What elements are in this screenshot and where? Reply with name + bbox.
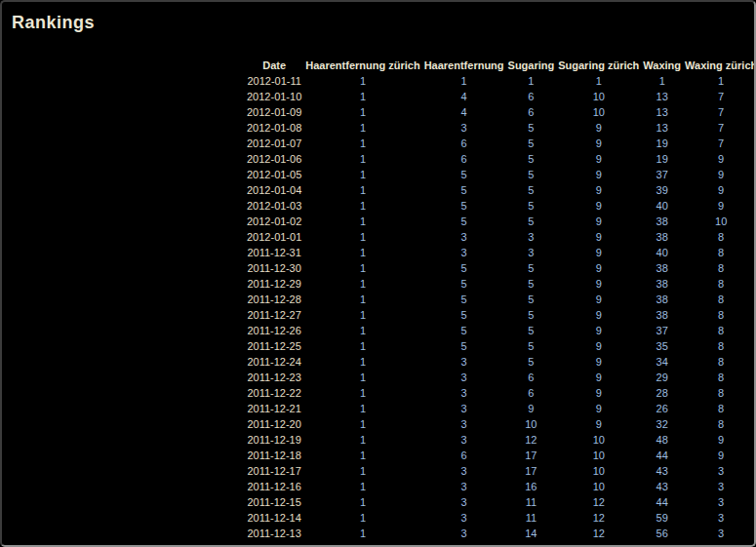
rank-value-cell: 7 xyxy=(683,104,756,120)
rank-value-cell: 9 xyxy=(556,323,641,338)
rank-value-cell: 38 xyxy=(641,307,683,323)
rank-value-cell: 3 xyxy=(422,401,506,416)
column-header: Haarentfernung zürich xyxy=(303,58,421,73)
page-title: Rankings xyxy=(12,13,95,33)
rank-value-cell: 1 xyxy=(303,229,421,245)
rank-value-cell: 8 xyxy=(683,276,756,292)
rank-value-cell: 6 xyxy=(422,151,506,167)
rank-value-cell: 4 xyxy=(422,104,506,120)
rank-value-cell: 40 xyxy=(641,245,683,260)
rank-value-cell: 44 xyxy=(641,448,683,463)
rank-value-cell: 1 xyxy=(303,260,421,276)
rank-value-cell: 10 xyxy=(556,89,641,104)
rank-value-cell: 9 xyxy=(683,448,756,463)
rank-value-cell: 3 xyxy=(422,120,506,136)
rank-value-cell: 8 xyxy=(683,416,756,432)
rank-value-cell: 9 xyxy=(556,167,641,182)
rank-value-cell: 3 xyxy=(506,229,557,245)
rank-value-cell: 28 xyxy=(641,385,683,401)
rank-value-cell: 1 xyxy=(303,245,421,260)
date-cell: 2011-12-19 xyxy=(245,432,303,448)
rank-value-cell: 9 xyxy=(556,260,641,276)
rank-value-cell: 3 xyxy=(422,370,506,385)
rank-value-cell: 3 xyxy=(422,354,506,370)
date-cell: 2011-12-31 xyxy=(245,245,303,260)
column-header: Sugaring zürich xyxy=(556,58,641,73)
rank-value-cell: 32 xyxy=(641,416,683,432)
rank-value-cell: 19 xyxy=(641,151,683,167)
rank-value-cell: 1 xyxy=(422,73,506,89)
date-cell: 2011-12-22 xyxy=(245,385,303,401)
table-row: 2012-01-061659199 xyxy=(245,151,756,167)
rank-value-cell: 9 xyxy=(556,370,641,385)
table-row: 2012-01-1014610137 xyxy=(245,89,756,104)
rank-value-cell: 6 xyxy=(422,136,506,151)
rank-value-cell: 3 xyxy=(422,416,506,432)
rank-value-cell: 5 xyxy=(422,338,506,354)
rank-value-cell: 9 xyxy=(556,385,641,401)
rank-value-cell: 5 xyxy=(422,276,506,292)
table-header-row: DateHaarentfernung zürichHaarentfernungS… xyxy=(245,58,756,73)
rank-value-cell: 8 xyxy=(683,401,756,416)
rank-value-cell: 29 xyxy=(641,370,683,385)
table-row: 2011-12-17131710433 xyxy=(245,463,756,479)
rank-value-cell: 3 xyxy=(422,510,506,526)
rank-value-cell: 8 xyxy=(683,323,756,338)
rank-value-cell: 5 xyxy=(506,276,557,292)
table-row: 2011-12-261559378 xyxy=(245,323,756,338)
rank-value-cell: 1 xyxy=(303,416,421,432)
table-row: 2011-12-231369298 xyxy=(245,370,756,385)
rank-value-cell: 1 xyxy=(303,276,421,292)
rank-value-cell: 8 xyxy=(683,260,756,276)
rank-value-cell: 1 xyxy=(303,182,421,198)
date-cell: 2012-01-11 xyxy=(245,73,303,89)
rank-value-cell: 8 xyxy=(683,229,756,245)
rank-value-cell: 5 xyxy=(506,292,557,307)
rank-value-cell: 5 xyxy=(422,198,506,214)
rank-value-cell: 9 xyxy=(556,214,641,229)
rank-value-cell: 5 xyxy=(506,323,557,338)
rank-value-cell: 12 xyxy=(556,526,641,541)
table-row: 2012-01-051559379 xyxy=(245,167,756,182)
rank-value-cell: 39 xyxy=(641,182,683,198)
date-cell: 2011-12-29 xyxy=(245,276,303,292)
rank-value-cell: 1 xyxy=(303,307,421,323)
rank-value-cell: 9 xyxy=(683,151,756,167)
column-header: Haarentfernung xyxy=(422,58,506,73)
table-row: 2012-01-011339388 xyxy=(245,229,756,245)
rank-value-cell: 13 xyxy=(641,120,683,136)
rank-value-cell: 9 xyxy=(556,245,641,260)
table-row: 2011-12-221369288 xyxy=(245,385,756,401)
date-cell: 2011-12-23 xyxy=(245,370,303,385)
rank-value-cell: 40 xyxy=(641,198,683,214)
rank-value-cell: 9 xyxy=(556,198,641,214)
rank-value-cell: 6 xyxy=(422,448,506,463)
rank-value-cell: 6 xyxy=(506,89,557,104)
table-row: 2011-12-281559388 xyxy=(245,292,756,307)
rank-value-cell: 9 xyxy=(556,151,641,167)
rank-value-cell: 5 xyxy=(422,182,506,198)
rank-value-cell: 9 xyxy=(556,401,641,416)
rank-value-cell: 9 xyxy=(683,432,756,448)
column-header: Waxing zürich xyxy=(683,58,756,73)
date-cell: 2012-01-04 xyxy=(245,182,303,198)
table-row: 2012-01-0215593810 xyxy=(245,214,756,229)
rank-value-cell: 5 xyxy=(506,151,557,167)
rank-value-cell: 7 xyxy=(683,136,756,151)
table-row: 2011-12-15131112443 xyxy=(245,494,756,510)
rank-value-cell: 1 xyxy=(506,73,557,89)
rank-value-cell: 8 xyxy=(683,385,756,401)
rank-value-cell: 9 xyxy=(556,136,641,151)
date-cell: 2011-12-14 xyxy=(245,510,303,526)
rank-value-cell: 7 xyxy=(683,89,756,104)
table-row: 2011-12-251559358 xyxy=(245,338,756,354)
date-cell: 2012-01-06 xyxy=(245,151,303,167)
rank-value-cell: 1 xyxy=(303,151,421,167)
rank-value-cell: 9 xyxy=(556,338,641,354)
rank-value-cell: 37 xyxy=(641,167,683,182)
table-row: 2011-12-301559388 xyxy=(245,260,756,276)
rank-value-cell: 9 xyxy=(556,416,641,432)
rank-value-cell: 10 xyxy=(556,432,641,448)
rank-value-cell: 3 xyxy=(422,229,506,245)
rankings-page: Rankings DateHaarentfernung zürichHaaren… xyxy=(0,0,756,547)
